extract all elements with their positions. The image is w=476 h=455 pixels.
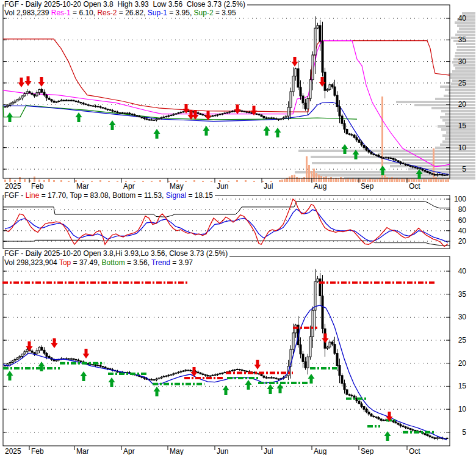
- candlestick: [95, 365, 96, 365]
- candlestick: [339, 366, 341, 376]
- sell-arrow-icon: [25, 76, 32, 86]
- candlestick: [405, 164, 406, 165]
- legend-token: FGF -: [4, 191, 26, 200]
- candlestick: [97, 365, 99, 366]
- candlestick: [243, 371, 245, 371]
- candlestick: [444, 175, 445, 175]
- sell-arrow-icon: [83, 349, 90, 359]
- volume-bar: [391, 177, 393, 182]
- candlestick: [70, 359, 72, 359]
- candlestick: [326, 89, 328, 90]
- candlestick: [261, 115, 262, 117]
- candlestick: [224, 373, 226, 373]
- volume-profile-bar: [456, 49, 475, 51]
- legend-token: = 3.56,: [125, 258, 151, 267]
- candlestick: [70, 100, 72, 101]
- candlestick: [209, 376, 211, 376]
- middle-panel-title: FGF - Line = 17.70, Top = 83.08, Bottom …: [4, 192, 215, 200]
- candlestick: [329, 85, 331, 90]
- candlestick: [19, 98, 21, 100]
- candlestick: [409, 429, 411, 430]
- candlestick: [441, 175, 443, 175]
- sell-arrow-icon: [51, 338, 58, 348]
- x-axis-month-label: Oct: [409, 447, 420, 455]
- candlestick: [326, 347, 328, 348]
- x-axis-month-label: Apr: [123, 447, 135, 455]
- buy-arrow-icon: [277, 384, 284, 393]
- candlestick: [395, 159, 397, 161]
- candlestick: [9, 104, 11, 105]
- candlestick: [87, 363, 89, 364]
- volume-bar: [68, 181, 70, 182]
- candlestick: [268, 377, 270, 378]
- legend-token: Bottom: [102, 258, 125, 267]
- candlestick: [348, 134, 350, 134]
- candlestick: [170, 115, 172, 115]
- candlestick: [336, 95, 338, 107]
- volume-profile-bar: [455, 67, 475, 70]
- volume-bar: [423, 179, 425, 182]
- candlestick: [31, 93, 33, 94]
- buy-arrow-icon: [7, 371, 13, 380]
- buy-arrow-icon: [38, 362, 45, 371]
- candlestick: [383, 158, 384, 158]
- candlestick: [182, 371, 184, 371]
- candlestick: [124, 113, 126, 114]
- volume-profile-bar: [402, 159, 475, 161]
- candlestick: [273, 118, 275, 118]
- candlestick: [7, 105, 9, 106]
- volume-profile-bar: [431, 107, 475, 109]
- candlestick: [148, 120, 150, 120]
- candlestick: [312, 55, 314, 80]
- candlestick: [43, 92, 45, 95]
- candlestick: [248, 112, 250, 113]
- volume-profile-bar: [378, 153, 475, 155]
- candlestick: [341, 116, 343, 123]
- candlestick: [104, 367, 106, 368]
- volume-bar: [279, 180, 281, 182]
- x-axis-month-label: Feb: [31, 447, 44, 455]
- volume-bar: [91, 181, 93, 182]
- sell-arrow-icon: [18, 78, 25, 87]
- legend-token: Signal: [166, 191, 186, 200]
- candlestick: [261, 374, 262, 376]
- candlestick: [378, 418, 380, 419]
- candlestick: [153, 380, 155, 380]
- candlestick: [341, 376, 343, 384]
- x-axis-month-label: Jun: [217, 182, 228, 191]
- candlestick: [368, 150, 370, 152]
- candlestick: [139, 116, 140, 117]
- volume-bar: [342, 178, 344, 182]
- candlestick: [134, 115, 135, 115]
- x-axis-month-label: Jun: [217, 447, 228, 455]
- candlestick: [390, 158, 392, 159]
- volume-profile-bar: [295, 171, 475, 173]
- x-axis-month-label: Aug: [314, 182, 326, 191]
- candlestick: [305, 362, 306, 368]
- legend-token: Sup-1: [148, 9, 167, 17]
- candlestick: [405, 427, 406, 428]
- candlestick: [370, 152, 372, 154]
- candlestick: [231, 111, 233, 112]
- volume-bar: [440, 180, 442, 182]
- candlestick: [229, 371, 231, 372]
- candlestick: [187, 370, 189, 371]
- candlestick: [151, 120, 153, 120]
- candlestick: [9, 363, 11, 365]
- x-axis-month-label: Feb: [31, 182, 44, 191]
- candlestick: [212, 116, 214, 117]
- legend-token: Res-1: [51, 9, 71, 17]
- candlestick: [175, 373, 177, 374]
- candlestick: [19, 356, 21, 358]
- volume-profile-bar: [312, 162, 475, 164]
- volume-bar: [151, 181, 153, 182]
- candlestick: [200, 114, 201, 114]
- candlestick: [107, 109, 109, 109]
- candlestick: [270, 377, 272, 378]
- candlestick: [419, 169, 421, 169]
- candlestick: [197, 372, 199, 373]
- candlestick: [292, 76, 294, 92]
- y-axis-label: 40: [458, 227, 467, 235]
- candlestick: [143, 118, 145, 118]
- candlestick: [165, 116, 167, 117]
